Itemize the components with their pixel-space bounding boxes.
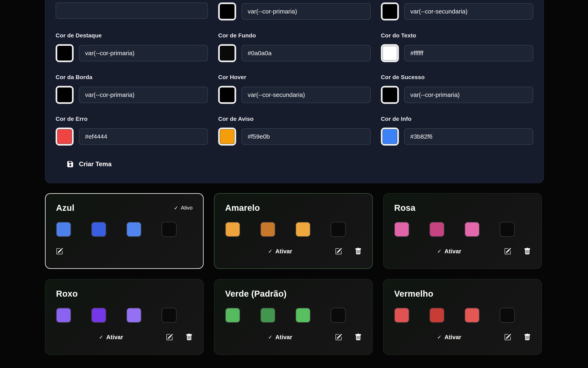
activate-theme-button[interactable]: ✓ Ativar [394,334,504,341]
theme-color-swatch [295,308,311,323]
field-label: Cor da Borda [55,74,208,81]
field-label: Cor Hover [218,74,370,81]
theme-card-title: Azul [56,203,74,213]
field-label: Cor de Aviso [218,116,370,122]
edit-theme-button[interactable] [335,334,342,340]
color-preview [57,88,72,102]
theme-color-swatch [126,222,141,237]
cor-sucesso-swatch[interactable] [381,86,399,104]
theme-color-swatch [91,308,106,323]
activate-label: Ativar [444,248,461,255]
color-preview [57,46,72,61]
edit-theme-button[interactable] [504,334,511,340]
theme-editor-panel: Cor de Destaque Cor de Fundo Cor do Text… [45,0,544,183]
field-cor-destaque: Cor de Destaque [55,32,208,62]
form-row-2: Cor de Destaque Cor de Fundo Cor do Text… [55,32,533,62]
theme-color-swatch [500,222,515,237]
theme-color-swatches [225,222,362,237]
delete-theme-button[interactable] [186,334,193,340]
cor-primaria-swatch[interactable] [218,2,236,20]
cor-info-input[interactable] [404,129,533,145]
color-preview [383,129,397,144]
field-cor-fundo: Cor de Fundo [218,32,370,62]
cor-fundo-swatch[interactable] [218,44,236,62]
cor-hover-input[interactable] [241,87,370,103]
cor-info-swatch[interactable] [381,128,399,146]
theme-card-title: Roxo [56,289,78,299]
cor-destaque-swatch[interactable] [55,44,74,62]
trash-icon [355,248,362,255]
theme-color-swatch [56,308,71,323]
edit-icon [56,248,63,255]
delete-theme-button[interactable] [524,248,531,255]
theme-color-swatch [429,222,444,237]
activate-theme-button[interactable]: ✓ Ativar [225,248,335,255]
cor-fundo-input[interactable] [241,45,370,61]
activate-label: Ativar [444,334,461,340]
trash-icon [524,248,531,255]
edit-theme-button[interactable] [335,248,342,255]
create-theme-button[interactable]: Criar Tema [65,160,113,168]
theme-color-swatch [295,222,311,237]
trash-icon [186,334,193,340]
theme-color-swatch [162,308,177,323]
edit-theme-button[interactable] [504,248,511,255]
cor-erro-input[interactable] [79,129,208,145]
color-preview [220,129,235,144]
edit-theme-button[interactable] [56,248,63,255]
field-theme-name [55,2,208,20]
cor-borda-swatch[interactable] [55,86,74,104]
field-label: Cor de Fundo [218,32,370,39]
theme-color-swatch [500,308,515,323]
field-cor-borda: Cor da Borda [55,74,208,104]
theme-name-input[interactable] [55,2,208,19]
color-preview [57,129,72,144]
activate-theme-button[interactable]: ✓ Ativar [225,334,335,341]
active-status-badge: ✓ Ativo [174,205,193,211]
theme-color-swatch [225,308,240,323]
cor-hover-swatch[interactable] [218,86,236,104]
cor-texto-input[interactable] [404,45,533,61]
theme-color-swatch [465,308,480,323]
cor-destaque-input[interactable] [79,45,208,61]
theme-color-swatch [91,222,106,237]
cor-sucesso-input[interactable] [404,87,533,103]
cor-texto-swatch[interactable] [381,44,399,62]
theme-color-swatches [56,308,193,323]
theme-color-swatch [260,308,276,323]
edit-icon [335,248,342,255]
edit-theme-button[interactable] [166,334,173,340]
theme-card-title: Vermelho [394,289,433,299]
cor-aviso-swatch[interactable] [218,128,236,146]
cor-borda-input[interactable] [79,87,208,103]
check-icon: ✓ [99,334,103,340]
check-icon: ✓ [437,248,442,254]
field-cor-info: Cor de Info [381,116,533,146]
check-icon: ✓ [268,334,273,340]
field-cor-secundaria [381,2,533,20]
field-cor-texto: Cor do Texto [381,32,533,62]
field-label: Cor do Texto [381,32,533,39]
cor-primaria-input[interactable] [241,3,370,20]
form-row-3: Cor da Borda Cor Hover Cor de Sucesso [55,74,533,104]
theme-card-verde-padrao: Verde (Padrão) ✓ Ativar [214,279,373,355]
save-icon [67,160,74,168]
field-label: Cor de Erro [55,116,208,122]
delete-theme-button[interactable] [355,248,362,255]
theme-color-swatch [331,222,346,237]
delete-theme-button[interactable] [524,334,531,340]
theme-card-azul: Azul ✓ Ativo [45,193,204,269]
field-cor-sucesso: Cor de Sucesso [381,74,533,104]
cor-secundaria-input[interactable] [404,3,533,20]
cor-aviso-input[interactable] [241,129,370,145]
activate-theme-button[interactable]: ✓ Ativar [56,334,166,341]
activate-theme-button[interactable]: ✓ Ativar [394,248,504,255]
cor-erro-swatch[interactable] [55,128,74,146]
form-row-1 [55,2,533,20]
delete-theme-button[interactable] [355,334,362,340]
cor-secundaria-swatch[interactable] [381,2,399,20]
theme-color-swatch [429,308,444,323]
check-icon: ✓ [268,248,273,254]
activate-label: Ativar [276,334,292,340]
theme-color-swatch [394,222,409,237]
